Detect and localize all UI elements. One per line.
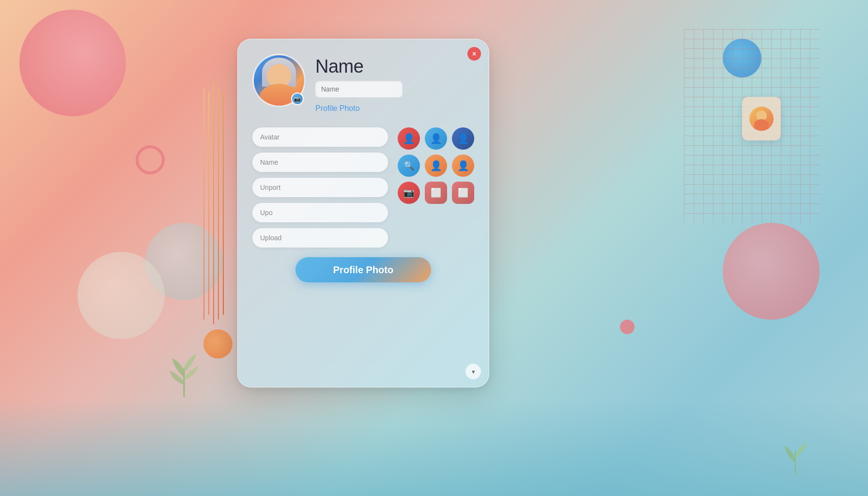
person-icon: 👤 [430,160,442,171]
person-icon: 👤 [430,133,442,144]
close-button[interactable]: × [467,47,481,61]
deco-plant-left [165,339,203,399]
avatar-option-camera-blue[interactable]: 🔍 [398,155,420,177]
chevron-down-button[interactable]: ▾ [465,364,481,379]
profile-card: × 📷 Name Profile Photo [237,39,489,388]
name-input[interactable] [315,81,403,97]
deco-lines [203,48,232,291]
avatar-option-square1[interactable]: ⬜ [425,182,447,204]
avatar-option-camera-red[interactable]: 📷 [398,182,420,204]
person-icon: 👤 [457,160,469,171]
form-section: 👤 👤 👤 🔍 👤 👤 📷 ⬜ [252,127,474,248]
profile-photo-link[interactable]: Profile Photo [315,104,474,113]
avatar-option-orange[interactable]: 👤 [425,155,447,177]
avatar-option-red[interactable]: 👤 [398,127,420,150]
mini-avatar-body [754,119,769,131]
deco-water [0,399,868,496]
avatar-option-orange2[interactable]: 👤 [452,155,474,177]
deco-circle-orange [203,329,232,358]
camera-icon: 🔍 [403,160,414,171]
avatar-option-blue[interactable]: 👤 [425,127,447,150]
square-icon: ⬜ [431,187,441,198]
deco-circle-cream [78,252,165,339]
camera-icon: 📷 [403,187,414,198]
person-icon: 👤 [403,133,415,144]
upload-field[interactable] [252,228,388,248]
unport-field[interactable] [252,178,388,197]
camera-icon: 📷 [294,96,301,102]
avatar-option-dark-blue[interactable]: 👤 [452,127,474,150]
deco-circle-pink-small [620,320,635,334]
upo-field[interactable] [252,203,388,222]
profile-photo-button[interactable]: Profile Photo [295,257,431,282]
deco-circle-pink-right [723,223,820,320]
avatar-option-grid: 👤 👤 👤 🔍 👤 👤 📷 ⬜ [398,127,474,248]
header-title: Name [315,56,474,77]
avatar-field[interactable] [252,127,388,147]
card-header: 📷 Name Profile Photo [252,54,474,113]
avatar-option-square2[interactable]: ⬜ [452,182,474,204]
avatar-badge[interactable]: 📷 [291,93,304,105]
header-info: Name Profile Photo [315,54,474,113]
deco-circle-pink-left [19,10,126,116]
name-field[interactable] [252,153,388,172]
deco-plant-right [781,436,810,477]
form-fields [252,127,388,248]
mini-profile-card [742,97,781,140]
mini-avatar [749,107,774,131]
square-icon: ⬜ [458,187,468,198]
chevron-down-icon: ▾ [472,368,475,375]
avatar-section: 📷 [252,54,306,107]
deco-ring-left [136,145,165,174]
person-icon: 👤 [457,133,469,144]
